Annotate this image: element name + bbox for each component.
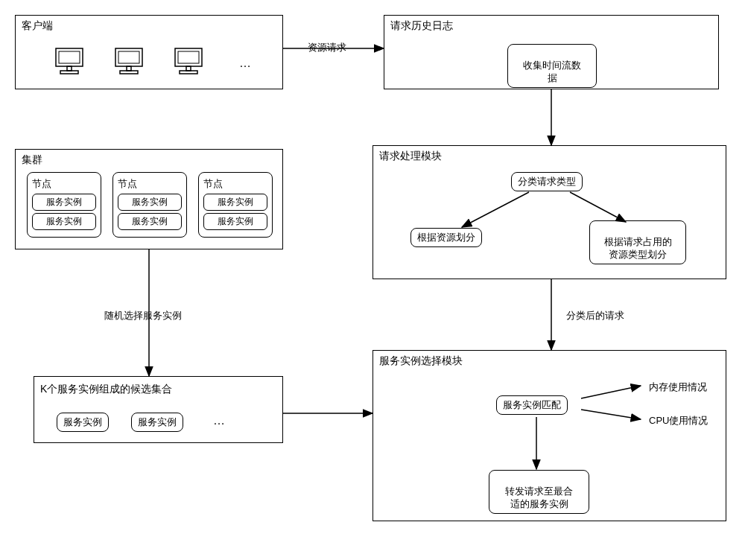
monitor-icon	[53, 45, 86, 81]
candidate-set-title: K个服务实例组成的候选集合	[40, 383, 172, 396]
classified-request-label: 分类后的请求	[566, 309, 624, 322]
monitor-icon	[172, 45, 205, 81]
forward-pill: 转发请求至最合 适的服务实例	[489, 470, 589, 514]
svg-rect-11	[180, 71, 197, 74]
service-instance-pill: 服务实例	[32, 213, 96, 230]
monitor-icon	[112, 45, 145, 81]
node-box: 节点 服务实例 服务实例	[112, 172, 187, 238]
by-resource-label: 根据资源划分	[417, 232, 475, 243]
node-title: 节点	[203, 177, 267, 191]
cluster-title: 集群	[22, 153, 42, 167]
service-instance-pill: 服务实例	[203, 194, 267, 211]
history-log-box: 请求历史日志 收集时间流数 据	[384, 15, 719, 89]
request-processing-title: 请求处理模块	[379, 150, 442, 163]
candidate-set-box: K个服务实例组成的候选集合 服务实例 服务实例 …	[34, 376, 283, 443]
service-instance-pill: 服务实例	[118, 213, 182, 230]
ellipsis: …	[239, 57, 253, 70]
match-label: 服务实例匹配	[503, 399, 561, 410]
svg-rect-9	[178, 51, 199, 63]
svg-rect-3	[60, 71, 78, 74]
by-request-type-label: 根据请求占用的 资源类型划分	[604, 236, 672, 260]
svg-rect-2	[67, 66, 72, 71]
service-instance-pill: 服务实例	[32, 194, 96, 211]
cluster-box: 集群 节点 服务实例 服务实例 节点 服务实例 服务实例 节点 服务实例 服务实…	[15, 149, 283, 249]
service-instance-pill: 服务实例	[131, 413, 183, 432]
service-instance-pill: 服务实例	[118, 194, 182, 211]
collect-time-label: 收集时间流数 据	[523, 60, 581, 83]
client-title: 客户端	[22, 19, 53, 33]
svg-rect-7	[120, 71, 138, 74]
resource-request-label: 资源请求	[308, 41, 346, 54]
svg-rect-1	[59, 51, 80, 63]
by-request-type-pill: 根据请求占用的 资源类型划分	[589, 220, 686, 264]
svg-rect-10	[186, 66, 191, 71]
collect-time-pill: 收集时间流数 据	[507, 44, 597, 88]
node-box: 节点 服务实例 服务实例	[198, 172, 273, 238]
instance-label: 服务实例	[63, 416, 102, 427]
service-instance-pill: 服务实例	[203, 213, 267, 230]
by-resource-pill: 根据资源划分	[410, 228, 482, 247]
node-title: 节点	[118, 177, 182, 191]
svg-rect-6	[127, 66, 131, 71]
service-instance-pill: 服务实例	[57, 413, 109, 432]
client-box: 客户端 …	[15, 15, 283, 89]
instance-label: 服务实例	[138, 416, 177, 427]
match-pill: 服务实例匹配	[496, 395, 568, 415]
node-box: 节点 服务实例 服务实例	[27, 172, 101, 238]
classify-pill: 分类请求类型	[511, 172, 583, 191]
service-selection-title: 服务实例选择模块	[379, 354, 463, 368]
request-processing-box: 请求处理模块 分类请求类型 根据资源划分 根据请求占用的 资源类型划分	[372, 145, 726, 279]
service-selection-box: 服务实例选择模块 服务实例匹配 内存使用情况 CPU使用情况 转发请求至最合 适…	[372, 350, 726, 521]
node-title: 节点	[32, 177, 96, 191]
random-select-label: 随机选择服务实例	[104, 309, 182, 322]
svg-rect-5	[118, 51, 139, 63]
cpu-usage-label: CPU使用情况	[649, 414, 708, 427]
classify-label: 分类请求类型	[518, 176, 576, 187]
forward-label: 转发请求至最合 适的服务实例	[505, 486, 573, 509]
memory-usage-label: 内存使用情况	[649, 381, 707, 394]
ellipsis: …	[213, 414, 226, 427]
history-log-title: 请求历史日志	[390, 19, 453, 33]
